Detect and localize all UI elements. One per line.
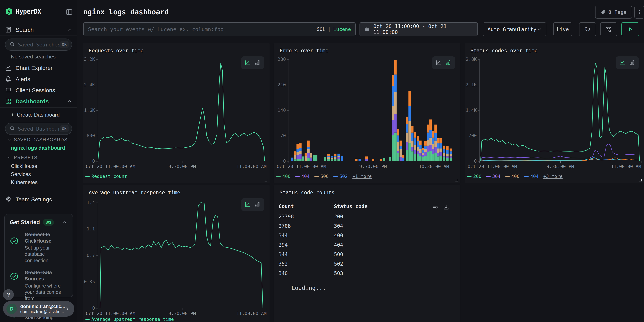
chart-plot[interactable] xyxy=(480,59,641,161)
x-axis-tick: 11:00:00 AM xyxy=(236,311,266,316)
dashboards-icon xyxy=(5,98,12,105)
check-circle-icon xyxy=(10,272,18,280)
sidebar-item-alerts[interactable]: Alerts xyxy=(0,74,77,84)
sidebar-item-search[interactable]: Search xyxy=(0,25,77,34)
cell-count: 294 xyxy=(278,242,288,248)
help-button[interactable]: ? xyxy=(3,289,14,300)
sidebar-item-dashboards[interactable]: Dashboards xyxy=(0,96,77,107)
brand-name: HyperDX xyxy=(16,8,41,15)
table-row[interactable]: 340503 xyxy=(274,270,460,280)
table-row[interactable]: 23798200 xyxy=(274,214,460,223)
sql-mode-toggle[interactable]: SQL xyxy=(316,26,326,32)
x-axis-tick: 11:00:00 AM xyxy=(236,164,266,169)
filters-button[interactable] xyxy=(600,22,617,36)
resize-handle[interactable] xyxy=(264,179,267,182)
legend-item: 400 xyxy=(505,174,520,179)
y-axis-tick: 0.7 xyxy=(83,253,95,258)
tags-button[interactable]: 0 Tags xyxy=(595,6,632,18)
saved-searches-search[interactable]: ⌘K xyxy=(5,38,72,51)
table-body: 2379820027083043444002944043445003525023… xyxy=(274,214,460,280)
chart-legend: 400404500502+1 more xyxy=(276,174,372,179)
get-started-progress-badge: 3/3 xyxy=(43,219,54,226)
live-button[interactable]: Live xyxy=(553,22,572,36)
user-menu[interactable]: D dominic.tran@clic... dominic.tran@clic… xyxy=(3,301,74,316)
sidebar-item-chart-explorer[interactable]: Chart Explorer xyxy=(0,62,77,73)
table-row[interactable]: 352502 xyxy=(274,261,460,270)
user-name: dominic.tran@clic... xyxy=(20,304,64,309)
date-range-picker[interactable]: Oct 20 11:00:00 - Oct 21 11:00:00 xyxy=(360,22,478,36)
presets-group[interactable]: PRESETS xyxy=(7,155,38,160)
chevron-up-icon[interactable] xyxy=(62,220,68,225)
panel-title: Errors over time xyxy=(280,48,328,54)
collapse-sidebar-icon[interactable] xyxy=(65,8,73,16)
search-section-icon xyxy=(5,26,12,33)
filter-edit-icon xyxy=(605,26,612,32)
page-title: nginx logs dashboard xyxy=(83,8,169,16)
no-saved-searches-text: No saved searches xyxy=(11,54,56,60)
hyperdx-logo-icon xyxy=(5,8,13,16)
download-csv-icon[interactable] xyxy=(443,204,450,210)
create-dashboard-label: Create Dashboard xyxy=(17,112,60,118)
chart-plot[interactable] xyxy=(98,202,266,308)
column-options-icon[interactable] xyxy=(432,204,438,210)
table-row[interactable]: 2708304 xyxy=(274,223,460,232)
panel-errors-over-time: Errors over time 280210140700Oct 20 11:0… xyxy=(274,43,460,183)
tag-icon xyxy=(600,10,606,15)
checklist-item-sources[interactable]: Create Data Sources Configure where your… xyxy=(10,270,68,302)
x-axis-tick: Oct 20 11:00:00 AM xyxy=(86,164,135,169)
chart-plot[interactable] xyxy=(288,59,458,161)
refresh-button[interactable]: ↻ xyxy=(579,22,596,36)
check-circle-icon xyxy=(10,236,18,245)
event-search-bar[interactable]: SQL | Lucene xyxy=(83,22,356,36)
table-row[interactable]: 344400 xyxy=(274,232,460,242)
sidebar-item-team-settings[interactable]: Team Settings xyxy=(0,194,77,205)
create-dashboard-button[interactable]: + Create Dashboard xyxy=(11,112,60,118)
panel-title: Requests over time xyxy=(89,48,144,54)
laptop-icon xyxy=(5,87,12,94)
y-axis-tick: 700 xyxy=(465,133,477,138)
sidebar-item-label: Client Sessions xyxy=(16,87,72,94)
sidebar-item-services[interactable]: Services xyxy=(11,171,31,178)
resize-handle[interactable] xyxy=(456,179,458,182)
panel-average-upstream-response-time: Average upstream response time 1.41.10.7… xyxy=(83,185,270,322)
x-axis-tick: 9:30:00 PM xyxy=(359,164,387,169)
column-header-status-code[interactable]: Status code xyxy=(334,204,368,209)
sidebar-item-label: Team Settings xyxy=(16,196,72,203)
column-header-count[interactable]: Count xyxy=(278,204,294,209)
cell-status-code: 500 xyxy=(334,252,343,257)
sidebar-item-kubernetes[interactable]: Kubernetes xyxy=(11,180,38,186)
table-row[interactable]: 294404 xyxy=(274,242,460,252)
sidebar-item-label: Chart Explorer xyxy=(16,65,72,71)
run-query-button[interactable] xyxy=(621,22,639,36)
y-axis-tick: 2.4K xyxy=(83,82,95,87)
checklist-item-connect[interactable]: Connect to ClickHouse Set up your databa… xyxy=(10,232,68,264)
legend-more-link[interactable]: +1 more xyxy=(352,174,372,179)
cell-status-code: 503 xyxy=(334,270,343,276)
granularity-select[interactable]: Auto Granularity xyxy=(483,22,546,36)
gear-icon xyxy=(5,196,12,203)
sidebar-item-nginx-logs-dashboard[interactable]: nginx logs dashboard xyxy=(11,145,65,151)
sidebar-item-client-sessions[interactable]: Client Sessions xyxy=(0,85,77,96)
sidebar-item-clickhouse[interactable]: ClickHouse xyxy=(11,163,37,169)
search-icon xyxy=(10,126,15,132)
x-axis-tick: 9:30:00 PM xyxy=(168,311,196,316)
table-row[interactable]: 344500 xyxy=(274,252,460,261)
saved-dashboards-input[interactable] xyxy=(18,126,60,132)
panel-requests-over-time: Requests over time 3.2K2.4K1.6K8000Oct 2… xyxy=(83,43,270,183)
lucene-mode-toggle[interactable]: Lucene xyxy=(333,26,351,32)
cell-count: 352 xyxy=(278,261,288,267)
event-search-input[interactable] xyxy=(88,26,316,32)
y-axis-tick: 3.2K xyxy=(83,56,95,62)
chart-plot[interactable] xyxy=(98,59,266,161)
chevron-up-icon xyxy=(67,98,72,104)
saved-dashboards-group[interactable]: SAVED DASHBOARDS xyxy=(7,137,68,142)
resize-handle[interactable] xyxy=(639,179,642,182)
x-axis-tick: Oct 20 11:00:00 AM xyxy=(277,164,326,169)
sidebar-item-label: Dashboards xyxy=(16,98,67,105)
saved-searches-input[interactable] xyxy=(18,42,60,48)
legend-more-link[interactable]: +3 more xyxy=(543,174,562,179)
more-options-button[interactable] xyxy=(634,6,644,18)
saved-dashboards-search[interactable]: ⌘K xyxy=(5,123,72,135)
date-range-value: Oct 20 11:00:00 - Oct 21 11:00:00 xyxy=(373,23,473,35)
cell-count: 344 xyxy=(278,232,288,238)
